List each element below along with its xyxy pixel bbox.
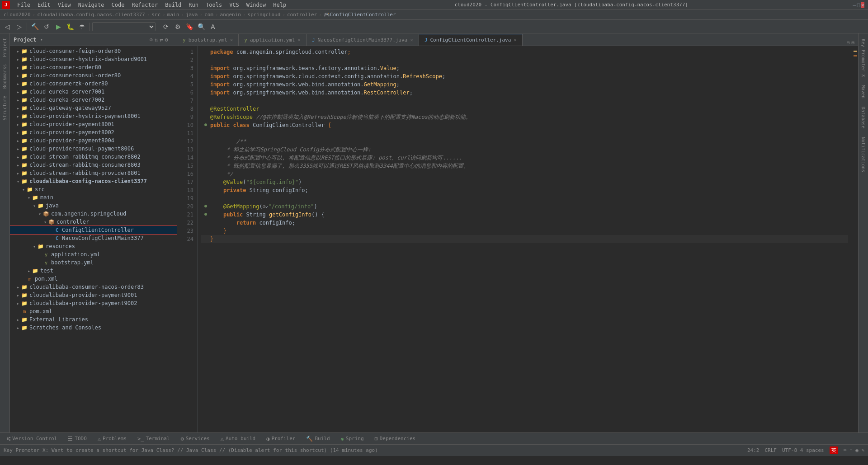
menu-tools[interactable]: Tools: [202, 1, 226, 9]
tree-item-4[interactable]: ▸📁cloud-consumerzk-order80: [10, 80, 177, 88]
code-content[interactable]: package com.angenin.springcloud.controll…: [198, 46, 852, 432]
tab-nacos-main[interactable]: J NacosConfigClientMain3377.java ✕: [307, 34, 419, 46]
tree-item-15[interactable]: ▸📁cloud-stream-rabbitmq-provider8801: [10, 169, 177, 177]
breadcrumb-part-8[interactable]: controller: [287, 12, 317, 18]
tree-item-32[interactable]: mpom.xml: [10, 307, 177, 315]
tree-item-11[interactable]: ▸📁cloud-provider-payment8004: [10, 136, 177, 145]
tree-item-10[interactable]: ▸📁cloud-provider-payment8002: [10, 128, 177, 136]
tree-item-24[interactable]: ▾📁resources: [10, 242, 177, 250]
status-charset[interactable]: UTF-8 4 spaces: [782, 447, 824, 453]
tree-item-1[interactable]: ▸📁cloud-consumer-hystrix-dashboard9001: [10, 55, 177, 63]
right-tab-key-promoter[interactable]: Key Promoter X: [859, 35, 868, 80]
tab-close-application[interactable]: ✕: [297, 37, 301, 43]
hide-icon[interactable]: —: [170, 37, 173, 43]
sidebar-structure-tab[interactable]: Structure: [1, 93, 8, 123]
menu-window[interactable]: Window: [243, 1, 269, 9]
bottom-tab-spring[interactable]: ❋ Spring: [335, 434, 369, 444]
tree-item-5[interactable]: ▸📁cloud-eureka-server7001: [10, 88, 177, 96]
tree-item-26[interactable]: ybootstrap.yml: [10, 258, 177, 267]
expand-icon[interactable]: ⇅: [155, 37, 158, 43]
collapse-icon[interactable]: ⇄: [160, 37, 163, 43]
debug-button[interactable]: 🐛: [65, 21, 75, 32]
tab-bootstrap-yml[interactable]: y bootstrap.yml ✕: [177, 34, 239, 46]
tree-item-18[interactable]: ▾📁main: [10, 193, 177, 202]
breadcrumb-part-2[interactable]: src: [151, 12, 160, 18]
locate-icon[interactable]: ⊕: [150, 37, 153, 43]
tree-item-6[interactable]: ▸📁cloud-eureka-server7002: [10, 96, 177, 104]
sync-button[interactable]: ↺: [41, 21, 52, 32]
menu-file[interactable]: File: [14, 1, 34, 9]
menu-view[interactable]: View: [54, 1, 75, 9]
bottom-tab-terminal[interactable]: >_ Terminal: [132, 434, 175, 444]
right-tab-maven[interactable]: Maven: [859, 81, 868, 102]
bottom-tab-version-control[interactable]: ⑆ Version Control: [2, 434, 62, 444]
tab-config-controller[interactable]: J ConfigClientController.java ✕: [419, 34, 523, 46]
breadcrumb-part-1[interactable]: cloudalibaba-config-nacos-client3377: [37, 12, 145, 18]
tree-item-21[interactable]: ▾📦controller: [10, 218, 177, 226]
tab-close-bootstrap[interactable]: ✕: [230, 37, 233, 43]
tab-close-nacos[interactable]: ✕: [410, 37, 413, 43]
tree-item-19[interactable]: ▾📁java: [10, 202, 177, 210]
status-lang[interactable]: 英: [830, 446, 838, 454]
breadcrumb-part-9[interactable]: ConfigClientController: [330, 12, 396, 18]
refresh-button[interactable]: ⟳: [160, 21, 171, 32]
sidebar-bookmarks-tab[interactable]: Bookmarks: [1, 61, 8, 91]
menu-build[interactable]: Build: [161, 1, 185, 9]
status-crlf[interactable]: CRLF: [764, 447, 777, 453]
tab-close-config[interactable]: ✕: [514, 37, 517, 43]
tree-item-14[interactable]: ▸📁cloud-stream-rabbitmq-consumer8803: [10, 161, 177, 169]
close-button[interactable]: ✕: [861, 2, 864, 8]
translate-button[interactable]: A: [208, 21, 218, 32]
tree-item-25[interactable]: yapplication.yml: [10, 250, 177, 258]
tree-item-30[interactable]: ▸📁cloudalibaba-provider-payment9001: [10, 291, 177, 299]
tree-item-3[interactable]: ▸📁cloud-consumerconsul-order80: [10, 71, 177, 80]
build-button[interactable]: 🔨: [29, 21, 40, 32]
breadcrumb-part-4[interactable]: java: [186, 12, 198, 18]
minimize-button[interactable]: —: [853, 2, 856, 8]
tree-item-20[interactable]: ▾📦com.angenin.springcloud: [10, 210, 177, 218]
maximize-button[interactable]: □: [857, 2, 860, 8]
tree-item-9[interactable]: ▸📁cloud-provider-payment8001: [10, 120, 177, 128]
bookmark-button[interactable]: 🔖: [184, 21, 195, 32]
back-button[interactable]: ◁: [2, 21, 13, 32]
tree-item-8[interactable]: ▸📁cloud-provider-hystrix-payment8001: [10, 112, 177, 120]
bottom-tab-todo[interactable]: ☰ TODO: [62, 434, 92, 444]
bottom-tab-profiler[interactable]: ◑ Profiler: [261, 434, 301, 444]
tree-item-13[interactable]: ▸📁cloud-stream-rabbitmq-consumer8802: [10, 153, 177, 161]
tree-item-7[interactable]: ▸📁cloud-gateway-gateway9527: [10, 104, 177, 112]
bottom-tab-problems[interactable]: ⚠ Problems: [92, 434, 132, 444]
bottom-tab-services[interactable]: ⚙ Services: [175, 434, 215, 444]
status-line-col[interactable]: 24:2: [747, 447, 760, 453]
tree-item-27[interactable]: ▸📁test: [10, 267, 177, 275]
forward-button[interactable]: ▷: [14, 21, 24, 32]
sidebar-project-tab[interactable]: Project: [1, 35, 8, 60]
menu-code[interactable]: Code: [108, 1, 128, 9]
breadcrumb-part-5[interactable]: com: [204, 12, 213, 18]
bottom-tab-auto-build[interactable]: △ Auto-build: [215, 434, 261, 444]
right-tab-notifications[interactable]: Notifications: [859, 133, 868, 176]
breadcrumb-part-7[interactable]: springcloud: [248, 12, 281, 18]
recent-files-btn[interactable]: ⊞: [851, 40, 854, 46]
bottom-tab-build[interactable]: 🔨 Build: [301, 434, 335, 444]
tree-item-31[interactable]: ▸📁cloudalibaba-provider-payment9002: [10, 299, 177, 307]
tree-item-23[interactable]: CNacosConfigClientMain3377: [10, 234, 177, 242]
run-button[interactable]: ▶: [53, 21, 64, 32]
tree-item-0[interactable]: ▸📁cloud-consumer-feign-order80: [10, 47, 177, 55]
tree-item-22[interactable]: CConfigClientController: [10, 226, 177, 234]
tree-item-17[interactable]: ▾📁src: [10, 185, 177, 193]
run-config-select[interactable]: OrderNacosMain83: [92, 22, 156, 31]
tree-item-33[interactable]: ▸📁External Libraries: [10, 315, 177, 324]
search-button[interactable]: 🔍: [196, 21, 207, 32]
tree-item-29[interactable]: ▸📁cloudalibaba-consumer-nacos-order83: [10, 283, 177, 291]
right-tab-database[interactable]: Database: [859, 103, 868, 132]
breadcrumb-part-3[interactable]: main: [167, 12, 179, 18]
menu-navigate[interactable]: Navigate: [75, 1, 108, 9]
tree-item-2[interactable]: ▸📁cloud-consumer-order80: [10, 63, 177, 71]
breadcrumb-part-0[interactable]: cloud2020: [4, 12, 31, 18]
menu-vcs[interactable]: VCS: [226, 1, 243, 9]
project-panel-dropdown[interactable]: ▾: [40, 37, 43, 42]
menu-edit[interactable]: Edit: [34, 1, 54, 9]
collapse-all-btn[interactable]: ⊟: [847, 40, 850, 46]
bottom-tab-dependencies[interactable]: ⊞ Dependencies: [369, 434, 421, 444]
settings-button[interactable]: ⚙: [172, 21, 183, 32]
